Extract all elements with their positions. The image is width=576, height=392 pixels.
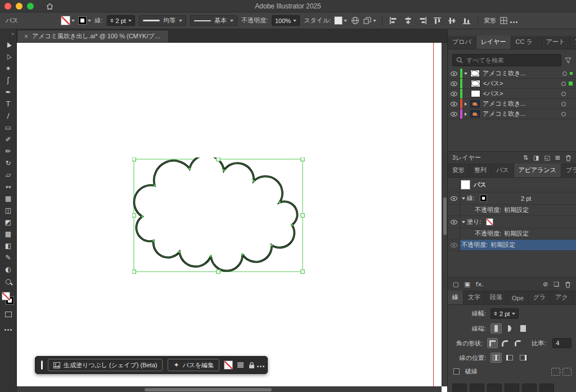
gap-input[interactable] — [539, 384, 554, 392]
appearance-fill-row[interactable]: 塗り: — [448, 216, 576, 228]
align-stroke-center-button[interactable] — [490, 353, 502, 363]
paintbrush-tool[interactable]: ✐ — [2, 133, 15, 145]
rotate-tool[interactable]: ↻ — [2, 157, 15, 169]
target-circle[interactable] — [561, 92, 566, 96]
add-stroke-icon[interactable]: ▢ — [453, 281, 458, 287]
fill-indicator-swatch[interactable] — [2, 292, 10, 300]
blend-tool[interactable]: ◐ — [2, 263, 15, 275]
zoom-window-button[interactable] — [27, 3, 34, 10]
perspective-grid-tool[interactable]: ◩ — [2, 216, 15, 228]
stepper-icon[interactable] — [494, 312, 497, 316]
target-circle[interactable] — [561, 112, 566, 116]
stepper-icon[interactable] — [110, 19, 114, 22]
fill-stroke-indicator[interactable] — [2, 292, 15, 306]
chevron-down-icon[interactable] — [460, 221, 467, 223]
round-join-button[interactable] — [500, 338, 510, 348]
gap-input[interactable] — [470, 384, 484, 392]
chevron-right-icon[interactable] — [462, 112, 469, 116]
layer-row[interactable]: アメコミ吹き... — [448, 69, 576, 79]
generative-fill-button[interactable]: 生成塗りつぶし (シェイプ) (Beta) — [48, 359, 163, 371]
butt-cap-button[interactable] — [490, 323, 502, 334]
stroke-width-input[interactable]: 2 pt — [107, 15, 135, 26]
tab-stroke[interactable]: 線 — [448, 291, 464, 304]
tab-assets[interactable]: アセッ — [570, 35, 576, 49]
tab-appearance[interactable]: アピアランス — [514, 164, 562, 177]
align-stroke-outside-button[interactable] — [518, 353, 529, 363]
direct-selection-tool[interactable]: ▷ — [2, 51, 15, 62]
projecting-cap-button[interactable] — [518, 323, 529, 334]
appearance-fill-opacity-row[interactable]: 不透明度: 初期設定 — [448, 228, 576, 240]
filter-icon[interactable] — [565, 57, 572, 64]
stroke-width-input[interactable]: 2 pt — [490, 308, 519, 319]
more-options-icon[interactable] — [513, 17, 515, 24]
align-dash-button[interactable] — [562, 368, 572, 376]
arrange-control[interactable] — [363, 17, 376, 24]
selected-appearance-row[interactable]: 不透明度: 初期設定 — [460, 240, 576, 250]
visibility-eye-icon[interactable] — [448, 89, 460, 98]
tab-cc-libraries[interactable]: CC ラ — [511, 35, 538, 49]
align-bottom-button[interactable] — [461, 15, 472, 26]
screen-mode-icon[interactable] — [5, 312, 12, 317]
tab-paragraph[interactable]: 段落 — [485, 291, 507, 304]
stroke-color-swatch[interactable] — [480, 195, 487, 201]
close-tab-icon[interactable]: × — [24, 33, 28, 40]
clear-appearance-icon[interactable]: ⊘ — [543, 281, 548, 287]
appearance-object-opacity-row[interactable]: 不透明度: 初期設定 — [448, 240, 576, 251]
layer-name[interactable]: <パス> — [483, 79, 559, 88]
tab-brushes[interactable]: ブラシ — [561, 164, 576, 177]
delete-item-icon[interactable] — [565, 281, 571, 288]
expand-tools-icon[interactable]: » — [11, 31, 14, 37]
align-right-button[interactable] — [417, 15, 428, 26]
visibility-eye-icon[interactable] — [448, 79, 460, 88]
drag-handle[interactable] — [41, 361, 43, 370]
free-transform-tool[interactable]: ▦ — [2, 192, 15, 204]
tab-align[interactable]: 整列 — [470, 164, 492, 177]
mesh-tool[interactable]: ▩ — [2, 228, 15, 240]
visibility-eye-icon[interactable] — [448, 109, 460, 119]
scale-tool[interactable]: ▱ — [2, 169, 15, 181]
round-cap-button[interactable] — [504, 323, 515, 334]
lasso-tool[interactable]: ʃ — [2, 74, 15, 86]
tab-artboards[interactable]: アート — [541, 35, 570, 49]
pen-tool[interactable]: ✒ — [2, 86, 15, 98]
gap-input[interactable] — [505, 384, 519, 392]
eyedropper-tool[interactable]: ✎ — [2, 251, 15, 263]
type-tool[interactable]: T — [2, 98, 15, 110]
miter-limit-input[interactable]: 4 — [552, 338, 572, 348]
speech-bubble-cloud-shape[interactable] — [132, 157, 305, 274]
visibility-eye-icon[interactable] — [448, 240, 460, 250]
style-dropdown[interactable] — [335, 17, 347, 24]
vertical-scrollbar[interactable] — [442, 43, 447, 386]
make-clip-mask-icon[interactable]: ◨ — [533, 155, 539, 161]
pencil-tool[interactable]: ✏ — [2, 145, 15, 157]
tab-opentype[interactable]: Ope — [507, 292, 529, 304]
opacity-input[interactable]: 100% — [272, 15, 300, 26]
add-effect-icon[interactable]: fx. — [476, 281, 484, 287]
align-stroke-inside-button[interactable] — [504, 353, 515, 363]
layer-name[interactable]: <パス> — [483, 89, 559, 98]
shape-builder-tool[interactable]: ◫ — [2, 204, 15, 216]
target-circle[interactable] — [561, 102, 566, 106]
tab-properties[interactable]: プロパ — [448, 35, 476, 49]
tab-pathfinder[interactable]: パス — [492, 164, 514, 177]
visibility-eye-icon[interactable] — [448, 69, 460, 78]
delete-layer-icon[interactable] — [565, 155, 572, 161]
horizontal-scrollbar[interactable] — [17, 386, 442, 392]
dash-input[interactable] — [522, 384, 537, 392]
rectangle-tool[interactable]: ▭ — [2, 121, 15, 133]
new-layer-icon[interactable]: ⊞ — [555, 155, 560, 161]
bevel-join-button[interactable] — [512, 338, 523, 348]
target-circle[interactable] — [562, 71, 567, 76]
add-fill-icon[interactable]: ▣ — [464, 281, 470, 287]
target-circle[interactable] — [561, 82, 566, 86]
fill-color-control[interactable] — [61, 16, 75, 25]
width-tool[interactable]: ↔ — [2, 181, 15, 192]
chevron-down-icon[interactable] — [460, 197, 467, 200]
align-center-button[interactable] — [403, 15, 413, 26]
scrollbar-thumb[interactable] — [443, 197, 447, 235]
chevron-right-icon[interactable] — [462, 102, 469, 106]
fill-none-swatch[interactable] — [224, 361, 232, 369]
scrollbar-thumb[interactable] — [145, 388, 272, 391]
brush-definition-dropdown[interactable]: 基本 — [190, 15, 237, 26]
tab-gradient[interactable]: グラ — [529, 291, 551, 304]
